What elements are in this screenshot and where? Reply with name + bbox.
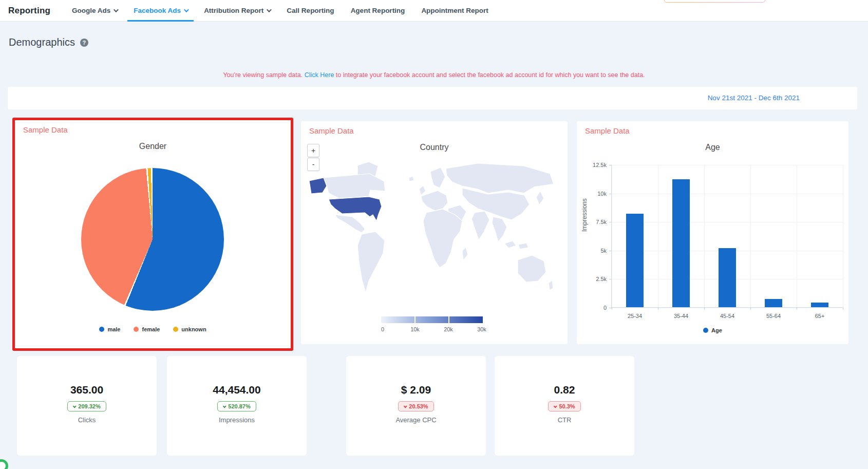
chevron-down-icon — [404, 404, 407, 408]
gender-pie-chart[interactable] — [81, 168, 224, 311]
metric-value: 0.82 — [554, 384, 575, 396]
age-y-axis-label: Impressions — [581, 198, 588, 232]
legend-item-age[interactable]: Age — [703, 327, 722, 333]
x-tick-mark — [704, 307, 705, 310]
world-map[interactable] — [308, 159, 560, 303]
cutoff-gradient-button — [664, 0, 765, 3]
top-navbar: Reporting Google Ads Facebook Ads Attrib… — [0, 0, 868, 22]
age-bar-chart: 12.5k10k7.5k5k2.5k025-3435-4445-5455-646… — [611, 165, 842, 308]
y-axis-tick: 0 — [603, 305, 607, 311]
gridline — [658, 165, 658, 308]
metric-label: Average CPC — [395, 416, 436, 424]
x-tick-mark — [750, 307, 751, 310]
gridline — [612, 222, 843, 222]
country-mexico — [335, 215, 365, 233]
x-axis-label: 65+ — [815, 313, 825, 319]
country-south-america — [357, 232, 385, 293]
legend-item-female[interactable]: female — [134, 326, 160, 332]
age-bar-65+[interactable] — [811, 303, 828, 307]
age-bar-45-54[interactable] — [719, 248, 736, 307]
region-europe — [421, 191, 448, 211]
gridline — [704, 165, 705, 308]
country-australia — [518, 255, 546, 282]
gridline — [612, 308, 843, 308]
metric-label: CTR — [558, 416, 572, 424]
female-legend-dot — [134, 327, 139, 332]
age-chart-title: Age — [577, 143, 848, 152]
age-legend-dot — [703, 328, 708, 333]
region-southeast-asia — [492, 217, 507, 242]
metric-change-badge: 50.3% — [548, 401, 580, 411]
scale-tick: 30k — [477, 326, 486, 332]
x-tick-mark — [843, 307, 843, 310]
scale-tick: 10k — [410, 326, 420, 332]
chevron-down-icon — [223, 404, 227, 408]
x-tick-mark — [797, 307, 797, 310]
metric-change-badge: 520.87% — [217, 401, 256, 411]
gridline — [843, 165, 843, 308]
metric-label: Impressions — [219, 416, 255, 424]
age-bar-55-64[interactable] — [765, 299, 782, 307]
x-tick-mark — [658, 307, 658, 310]
gridline — [750, 165, 751, 308]
gridline — [612, 165, 612, 308]
region-africa — [423, 209, 462, 268]
country-japan — [536, 191, 544, 205]
tab-agent-reporting[interactable]: Agent Reporting — [343, 0, 413, 22]
country-uk — [419, 185, 426, 195]
tab-facebook-ads[interactable]: Facebook Ads — [125, 0, 196, 22]
country-madagascar — [462, 247, 468, 260]
legend-item-unknown[interactable]: unknown — [173, 326, 206, 332]
gender-card-highlight: Sample Data Gender male female unknown — [12, 118, 293, 351]
country-card: Sample Data Country + - — [301, 121, 568, 344]
map-color-scale — [381, 316, 483, 323]
scale-tick: 0 — [381, 326, 384, 332]
date-range-picker[interactable]: Nov 21st 2021 - Dec 6th 2021 — [708, 87, 800, 109]
country-india — [471, 211, 489, 240]
metric-card-impressions: 44,454.00 520.87% Impressions — [167, 356, 307, 456]
legend-item-male[interactable]: male — [99, 326, 120, 332]
metric-card-clicks: 365.00 209.32% Clicks — [17, 356, 157, 456]
metric-label: Clicks — [78, 416, 96, 424]
tab-google-ads[interactable]: Google Ads — [64, 0, 125, 22]
age-bar-25-34[interactable] — [626, 214, 644, 307]
map-zoom-in-button[interactable]: + — [307, 144, 319, 157]
sample-data-label: Sample Data — [585, 126, 630, 135]
metric-value: 365.00 — [70, 384, 103, 396]
y-axis-tick: 5k — [600, 248, 607, 254]
male-legend-dot — [99, 327, 104, 332]
help-icon[interactable]: ? — [80, 39, 88, 47]
scale-tick: 20k — [444, 326, 453, 332]
x-axis-label: 35-44 — [674, 313, 688, 319]
country-scandinavia — [430, 167, 445, 188]
tab-appointment-report[interactable]: Appointment Report — [413, 0, 497, 22]
tab-call-reporting[interactable]: Call Reporting — [278, 0, 342, 22]
x-tick-mark — [612, 307, 612, 310]
map-scale-labels: 0 10k 20k 30k — [301, 326, 568, 333]
reporting-dashboard: Reporting Google Ads Facebook Ads Attrib… — [0, 0, 868, 469]
y-axis-tick: 2.5k — [596, 276, 607, 282]
tab-attribution-report[interactable]: Attribution Report — [196, 0, 278, 22]
country-new-zealand — [549, 280, 553, 290]
page-title: Demographics ? — [9, 36, 88, 48]
y-axis-tick: 10k — [597, 191, 607, 197]
gridline — [612, 194, 843, 194]
age-bar-35-44[interactable] — [672, 179, 690, 307]
chevron-down-icon — [114, 7, 119, 12]
unknown-legend-dot — [173, 327, 178, 332]
sample-data-label: Sample Data — [23, 125, 68, 134]
y-axis-tick: 7.5k — [596, 219, 607, 225]
metric-card-ctr: 0.82 50.3% CTR — [495, 356, 634, 456]
metric-card-average-cpc: $ 2.09 20.53% Average CPC — [346, 356, 486, 456]
x-axis-label: 25-34 — [628, 313, 642, 319]
click-here-link[interactable]: Click Here — [305, 71, 334, 79]
gridline — [797, 165, 797, 308]
country-indonesia-east — [518, 243, 529, 249]
metric-value: 44,454.00 — [213, 384, 260, 396]
chat-widget-bubble[interactable] — [0, 459, 8, 469]
app-title: Reporting — [8, 6, 50, 16]
chevron-down-icon — [554, 404, 557, 408]
x-axis-label: 45-54 — [720, 313, 734, 319]
country-usa-alaska — [309, 178, 327, 194]
nav-tabs: Google Ads Facebook Ads Attribution Repo… — [64, 0, 497, 22]
